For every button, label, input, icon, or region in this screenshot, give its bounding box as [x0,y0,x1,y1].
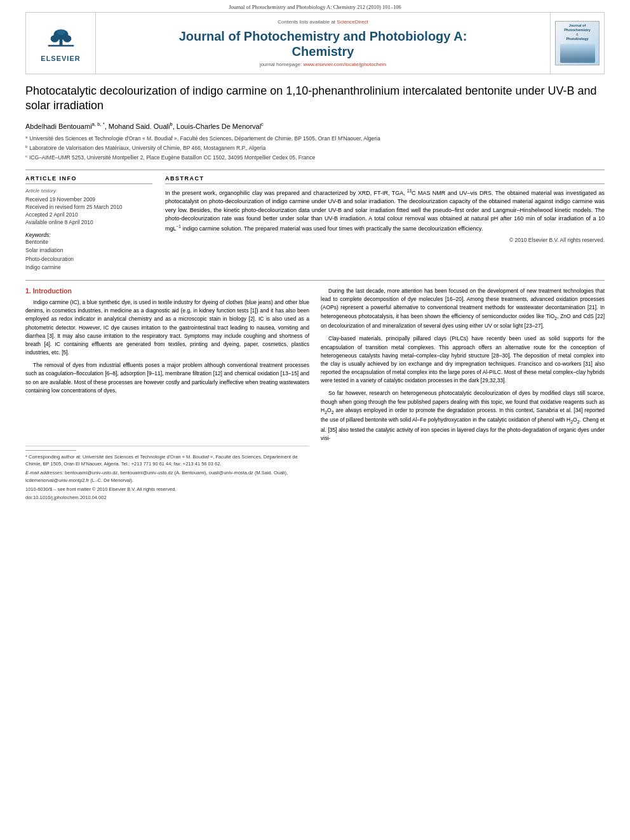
abstract-text: In the present work, organophilic clay w… [165,188,605,234]
affiliations: a Université des Sciences et Technologie… [25,135,605,161]
affiliation-2: b Laboratoire de Valorisation des Matéri… [25,144,605,152]
svg-point-4 [63,35,71,42]
journal-title-area: Contents lists available at ScienceDirec… [96,13,550,74]
authors-line: Abdelhadi Bentouamia, b, *, Mohand Said.… [25,121,605,130]
journal-homepage: journal homepage: www.elsevier.com/locat… [260,62,386,67]
received-date: Received 19 November 2009 [25,196,152,203]
body-left-col: 1. Introduction Indigo carmine (IC), a b… [25,287,309,500]
author2-name: Mohand Said. Ouali [109,122,170,130]
info-abstract-section: ARTICLE INFO Article history: Received 1… [25,175,605,272]
contents-line: Contents lists available at ScienceDirec… [278,19,368,25]
journal-cover-thumbnail: Journal of Photochemistry & Photobiology [555,21,600,65]
abstract-label: ABSTRACT [165,175,605,184]
body-columns: 1. Introduction Indigo carmine (IC), a b… [25,287,605,500]
author1-name: Abdelhadi Bentouami [25,122,92,130]
footnote-corresponding: * Corresponding author at: Université de… [25,453,309,468]
cover-title-2: Photochemistry [564,28,591,32]
homepage-url[interactable]: www.elsevier.com/locate/jphotochem [303,62,386,67]
footnote-emails: E-mail addresses: bentouami@univ-usto.dz… [25,469,309,484]
journal-title: Journal of Photochemistry and Photobiolo… [179,29,467,59]
elsevier-label: ELSEVIER [41,55,80,62]
doi-line: 1010-6030/$ – see front matter © 2010 El… [25,486,309,492]
keyword-solar: Solar irradiation [25,246,152,255]
body-right-col: During the last decade, more attention h… [321,287,605,500]
body-divider [25,280,605,281]
keyword-bentonite: Bentonite [25,238,152,247]
article-title: Photocatalytic decolourization of indigo… [25,84,605,114]
journal-bar: Journal of Photochemistry and Photobiolo… [25,0,605,13]
body-para-1: Indigo carmine (IC), a blue synthetic dy… [25,298,309,357]
body-para-right-2: Clay-based materials, principally pillar… [321,335,605,385]
keywords-section: Keywords: Bentonite Solar irradiation Ph… [25,232,152,272]
cover-title-4: Photobiology [566,37,588,41]
body-para-right-3: So far however, research on heterogeneou… [321,389,605,443]
author3-sup: c [261,121,264,127]
cover-title-1: Journal of [569,23,586,28]
abstract-col: ABSTRACT In the present work, organophil… [165,175,605,272]
history-label: Article history: [25,188,152,194]
elsevier-logo: ELSEVIER [41,24,80,62]
body-para-right-1: During the last decade, more attention h… [321,287,605,330]
header-divider [25,170,605,170]
svg-point-3 [50,35,58,42]
journal-header: ELSEVIER Contents lists available at Sci… [25,13,605,74]
page: Journal of Photochemistry and Photobiolo… [0,0,630,840]
sciencedirect-link[interactable]: ScienceDirect [337,19,368,25]
accepted-date: Accepted 2 April 2010 [25,211,152,218]
article-info-col: ARTICLE INFO Article history: Received 1… [25,175,152,272]
copyright-line: © 2010 Elsevier B.V. All rights reserved… [165,237,605,243]
author2-sup: b [170,121,172,127]
elsevier-tree-icon [45,24,77,53]
affiliation-1: a Université des Sciences et Technologie… [25,135,605,143]
footnote-area: * Corresponding author at: Université de… [25,446,309,500]
journal-citation: Journal of Photochemistry and Photobiolo… [229,4,401,10]
article-info-label: ARTICLE INFO [25,175,152,184]
main-content: Photocatalytic decolourization of indigo… [25,74,605,500]
keywords-label: Keywords: [25,232,152,238]
author3-name: Louis-Charles De Menorval [177,122,261,130]
received-revised-date: Received in revised form 25 March 2010 [25,204,152,210]
body-para-2: The removal of dyes from industrial effl… [25,361,309,395]
section1-heading: 1. Introduction [25,287,309,295]
journal-cover-area: Journal of Photochemistry & Photobiology [550,13,604,74]
available-date: Available online 8 April 2010 [25,219,152,225]
footnote-divider [25,450,76,451]
affiliation-3: c ICG–AIME–UMR 5253, Université Montpell… [25,154,605,162]
publisher-logo-area: ELSEVIER [26,13,96,74]
keyword-photo: Photo-decolouration [25,255,152,264]
keyword-indigo: Indigo carmine [25,263,152,272]
svg-point-5 [57,30,65,35]
doi-number: doi:10.1016/j.jphotochem.2010.04.002 [25,495,309,500]
author1-sup: a, b, * [92,121,105,127]
